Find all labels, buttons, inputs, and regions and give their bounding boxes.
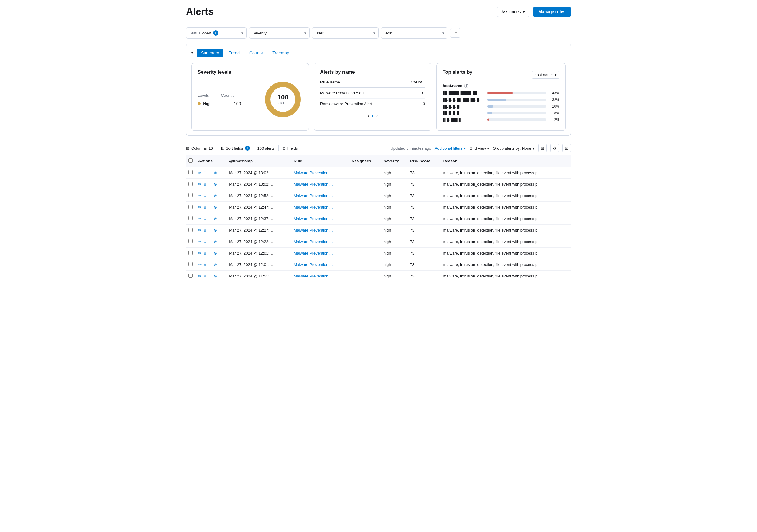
shield-icon[interactable]: ⊗ — [214, 171, 217, 175]
more-icon[interactable]: ··· — [208, 171, 212, 175]
timestamp-cell: Mar 27, 2024 @ 12:27:… — [227, 225, 291, 236]
rule-link[interactable]: Malware Prevention ... — [293, 182, 333, 186]
rule-link[interactable]: Malware Prevention ... — [293, 216, 333, 221]
rule-link[interactable]: Malware Prevention ... — [293, 239, 333, 244]
expand-icon-button[interactable]: ⊡ — [562, 144, 571, 152]
edit-icon[interactable]: ✏ — [198, 228, 201, 233]
settings-icon-button[interactable]: ⚙ — [550, 144, 559, 152]
actions-cell: ✏ ⊕ ··· ⊗ — [196, 202, 227, 213]
panel-toggle-icon[interactable]: ▾ — [191, 51, 193, 55]
next-page-arrow[interactable]: › — [376, 113, 378, 119]
row-checkbox[interactable] — [189, 182, 193, 186]
top-alerts-select[interactable]: host.name ▾ — [531, 71, 560, 79]
info-icon[interactable]: i — [464, 84, 469, 88]
more-icon[interactable]: ··· — [208, 205, 212, 210]
row-checkbox[interactable] — [189, 170, 193, 174]
shield-icon[interactable]: ⊗ — [214, 216, 217, 221]
edit-icon[interactable]: ✏ — [198, 239, 201, 244]
network-icon[interactable]: ⊕ — [203, 251, 207, 255]
table-view-icon-button[interactable]: ⊞ — [538, 144, 547, 152]
row-actions: ✏ ⊕ ··· ⊗ — [198, 205, 224, 210]
tab-treemap[interactable]: Treemap — [268, 49, 293, 57]
more-icon[interactable]: ··· — [208, 239, 212, 244]
edit-icon[interactable]: ✏ — [198, 216, 201, 221]
filters-row: Status open 1 ▾ Severity ▾ User ▾ Host ▾… — [186, 27, 571, 39]
severity-filter[interactable]: Severity ▾ — [249, 27, 310, 39]
network-icon[interactable]: ⊕ — [203, 274, 207, 278]
row-checkbox[interactable] — [189, 193, 193, 197]
sort-fields-button[interactable]: ⇅ Sort fields 1 — [221, 146, 250, 151]
row-checkbox[interactable] — [189, 239, 193, 243]
grid-view-select[interactable]: Grid view ▾ — [469, 146, 489, 151]
rule-link[interactable]: Malware Prevention ... — [293, 171, 333, 175]
rule-link[interactable]: Malware Prevention ... — [293, 262, 333, 267]
network-icon[interactable]: ⊕ — [203, 193, 207, 198]
top-alerts-select-value: host.name — [534, 72, 553, 77]
edit-icon[interactable]: ✏ — [198, 171, 201, 175]
edit-icon[interactable]: ✏ — [198, 251, 201, 255]
current-page[interactable]: 1 — [372, 114, 374, 118]
fields-button[interactable]: ⊡ Fields — [282, 146, 298, 151]
shield-icon[interactable]: ⊗ — [214, 274, 217, 278]
row-checkbox-cell — [186, 270, 196, 282]
tab-summary[interactable]: Summary — [197, 49, 223, 57]
actions-cell: ✏ ⊕ ··· ⊗ — [196, 248, 227, 259]
more-icon[interactable]: ··· — [208, 251, 212, 255]
row-checkbox[interactable] — [189, 273, 193, 278]
bar-label: ██.█████.█████.██ — [443, 91, 485, 95]
shield-icon[interactable]: ⊗ — [214, 205, 217, 210]
group-alerts-select[interactable]: Group alerts by: None ▾ — [493, 146, 535, 151]
user-filter[interactable]: User ▾ — [312, 27, 378, 39]
shield-icon[interactable]: ⊗ — [214, 193, 217, 198]
additional-filters-button[interactable]: Additional filters ▾ — [435, 146, 466, 151]
row-checkbox[interactable] — [189, 262, 193, 266]
edit-icon[interactable]: ✏ — [198, 274, 201, 278]
more-filters-button[interactable]: ··· — [450, 28, 461, 38]
tab-counts[interactable]: Counts — [245, 49, 267, 57]
more-icon[interactable]: ··· — [208, 262, 212, 267]
shield-icon[interactable]: ⊗ — [214, 182, 217, 186]
more-icon[interactable]: ··· — [208, 182, 212, 186]
edit-icon[interactable]: ✏ — [198, 262, 201, 267]
edit-icon[interactable]: ✏ — [198, 205, 201, 210]
shield-icon[interactable]: ⊗ — [214, 228, 217, 233]
shield-icon[interactable]: ⊗ — [214, 239, 217, 244]
shield-icon[interactable]: ⊗ — [214, 262, 217, 267]
more-icon[interactable]: ··· — [208, 216, 212, 221]
more-icon[interactable]: ··· — [208, 274, 212, 278]
bar-fill — [487, 112, 492, 114]
columns-button[interactable]: ⊞ Columns 16 — [186, 146, 213, 151]
manage-rules-button[interactable]: Manage rules — [533, 7, 571, 17]
more-icon[interactable]: ··· — [208, 193, 212, 198]
network-icon[interactable]: ⊕ — [203, 216, 207, 221]
edit-icon[interactable]: ✏ — [198, 182, 201, 186]
network-icon[interactable]: ⊕ — [203, 262, 207, 267]
timestamp-header[interactable]: @timestamp ↓ — [227, 155, 291, 167]
network-icon[interactable]: ⊕ — [203, 182, 207, 186]
row-checkbox[interactable] — [189, 228, 193, 232]
chevron-down-icon: ▾ — [304, 31, 306, 35]
more-icon[interactable]: ··· — [208, 228, 212, 233]
status-filter[interactable]: Status open 1 ▾ — [186, 27, 247, 39]
top-alerts-card: Top alerts by host.name ▾ host.name i ██… — [436, 63, 566, 130]
rule-link[interactable]: Malware Prevention ... — [293, 205, 333, 210]
network-icon[interactable]: ⊕ — [203, 228, 207, 233]
select-all-checkbox[interactable] — [189, 158, 193, 163]
row-checkbox[interactable] — [189, 251, 193, 255]
network-icon[interactable]: ⊕ — [203, 239, 207, 244]
assignees-button[interactable]: Assignees ▾ — [497, 7, 530, 17]
row-checkbox[interactable] — [189, 216, 193, 220]
network-icon[interactable]: ⊕ — [203, 205, 207, 210]
shield-icon[interactable]: ⊗ — [214, 251, 217, 255]
rule-link[interactable]: Malware Prevention ... — [293, 228, 333, 233]
data-table: Actions @timestamp ↓ Rule Assignees Seve… — [186, 155, 571, 282]
rule-link[interactable]: Malware Prevention ... — [293, 193, 333, 198]
edit-icon[interactable]: ✏ — [198, 193, 201, 198]
row-checkbox[interactable] — [189, 205, 193, 209]
network-icon[interactable]: ⊕ — [203, 171, 207, 175]
host-filter[interactable]: Host ▾ — [381, 27, 447, 39]
tab-trend[interactable]: Trend — [225, 49, 244, 57]
rule-link[interactable]: Malware Prevention ... — [293, 251, 333, 255]
rule-link[interactable]: Malware Prevention ... — [293, 274, 333, 278]
prev-page-arrow[interactable]: ‹ — [368, 113, 369, 119]
